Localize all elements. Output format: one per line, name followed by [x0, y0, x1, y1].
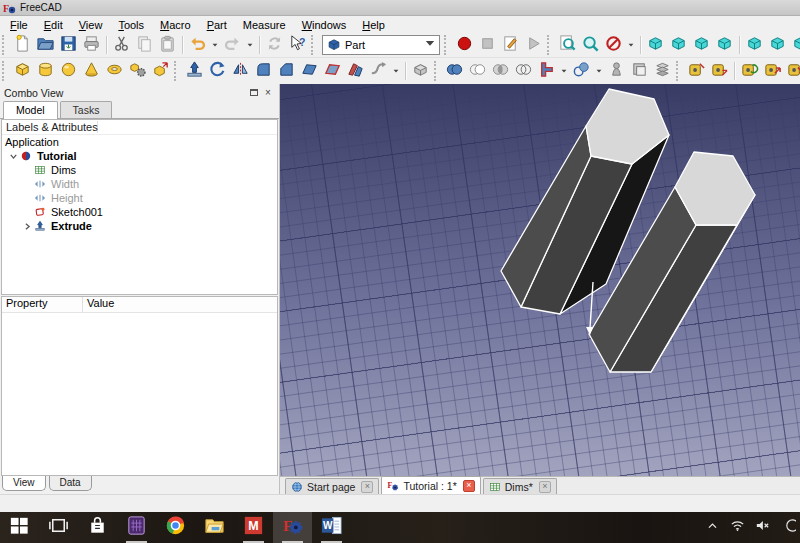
- toolbar-grip[interactable]: [174, 61, 181, 81]
- revolve-button[interactable]: [206, 60, 229, 83]
- freecad-button[interactable]: F: [273, 512, 312, 543]
- paste-button[interactable]: [156, 34, 179, 57]
- app-purple-button[interactable]: [117, 512, 156, 543]
- 3d-viewport[interactable]: [280, 84, 800, 476]
- hex-prism-scene[interactable]: [280, 84, 796, 476]
- mendeley-button[interactable]: M: [234, 512, 273, 543]
- connect-button[interactable]: [535, 60, 558, 83]
- tab-view[interactable]: View: [2, 476, 46, 491]
- toolbar-grip[interactable]: [2, 61, 9, 81]
- tab-close-icon[interactable]: ×: [361, 481, 373, 493]
- menu-help[interactable]: Help: [354, 18, 393, 32]
- view-left-button[interactable]: [789, 34, 800, 57]
- solid-button[interactable]: [409, 60, 432, 83]
- measure-linear-button[interactable]: [685, 60, 708, 83]
- view-rear-button[interactable]: [743, 34, 766, 57]
- word-button[interactable]: W: [312, 512, 351, 543]
- tab-data[interactable]: Data: [49, 476, 92, 491]
- tab-close-icon[interactable]: ×: [539, 481, 551, 493]
- tree-expander-icon[interactable]: [6, 152, 20, 161]
- cylinder-button[interactable]: [34, 60, 57, 83]
- network-button[interactable]: [725, 512, 750, 543]
- torus-button[interactable]: [103, 60, 126, 83]
- tree-expander-icon[interactable]: [20, 222, 34, 231]
- menu-view[interactable]: View: [71, 18, 111, 32]
- measure-toggle-3d-button[interactable]: [761, 60, 784, 83]
- menu-part[interactable]: Part: [199, 18, 235, 32]
- menu-file[interactable]: File: [2, 18, 36, 32]
- dropdown-caret-icon[interactable]: [244, 34, 256, 57]
- boolean-union-button[interactable]: [443, 60, 466, 83]
- zoom-button[interactable]: [579, 34, 602, 57]
- primitives-button[interactable]: [126, 60, 149, 83]
- print-button[interactable]: [80, 34, 103, 57]
- loft-button[interactable]: [344, 60, 367, 83]
- toolbar-grip[interactable]: [444, 35, 451, 55]
- chrome-button[interactable]: [156, 512, 195, 543]
- view-axonometric-button[interactable]: [644, 34, 667, 57]
- tree-item-dims[interactable]: Dims: [2, 163, 277, 177]
- store-button[interactable]: [78, 512, 117, 543]
- macro-stop-button[interactable]: [476, 34, 499, 57]
- boolean-common-button[interactable]: [489, 60, 512, 83]
- macro-record-button[interactable]: [453, 34, 476, 57]
- open-button[interactable]: [34, 34, 57, 57]
- macro-edit-button[interactable]: [499, 34, 522, 57]
- ruled-surface-button[interactable]: [321, 60, 344, 83]
- panel-close-button[interactable]: ×: [261, 87, 275, 99]
- tree-item-sketch001[interactable]: Sketch001: [2, 205, 277, 219]
- tab-tasks[interactable]: Tasks: [60, 101, 113, 118]
- explorer-button[interactable]: [195, 512, 234, 543]
- boolean-section-button[interactable]: [512, 60, 535, 83]
- copy-button[interactable]: [133, 34, 156, 57]
- toolbar-grip[interactable]: [311, 35, 318, 55]
- tree-item-height[interactable]: Height: [2, 191, 277, 205]
- document-tab-tutorial-1-[interactable]: FTutorial : 1*×: [381, 476, 480, 494]
- toolbar-grip[interactable]: [2, 35, 9, 55]
- cross-sections-button[interactable]: [651, 60, 674, 83]
- panel-float-button[interactable]: [247, 87, 261, 99]
- task-view-button[interactable]: [39, 512, 78, 543]
- view-top-button[interactable]: [690, 34, 713, 57]
- box-button[interactable]: [11, 60, 34, 83]
- view-bottom-button[interactable]: [766, 34, 789, 57]
- start-button[interactable]: [0, 512, 39, 543]
- workbench-selector[interactable]: Part: [322, 35, 440, 55]
- save-button[interactable]: [57, 34, 80, 57]
- view-front-button[interactable]: [667, 34, 690, 57]
- boolean-cut-button[interactable]: [466, 60, 489, 83]
- chamfer-button[interactable]: [275, 60, 298, 83]
- document-tab-start-page[interactable]: Start page×: [285, 478, 379, 494]
- make-face-button[interactable]: [298, 60, 321, 83]
- new-button[interactable]: [11, 34, 34, 57]
- mirror-button[interactable]: [229, 60, 252, 83]
- split-button[interactable]: [570, 60, 593, 83]
- cone-button[interactable]: [80, 60, 103, 83]
- measure-toggle-delta-button[interactable]: [784, 60, 800, 83]
- menu-windows[interactable]: Windows: [294, 18, 355, 32]
- draw-style-button[interactable]: [602, 34, 625, 57]
- dropdown-caret-icon[interactable]: [209, 34, 221, 57]
- zoom-fit-button[interactable]: [556, 34, 579, 57]
- defeaturing-button[interactable]: [605, 60, 628, 83]
- extrude-button[interactable]: [183, 60, 206, 83]
- cut-button[interactable]: [110, 34, 133, 57]
- tab-close-icon[interactable]: ×: [463, 480, 475, 492]
- dropdown-caret-icon[interactable]: [558, 60, 570, 83]
- whats-this-button[interactable]: ?: [286, 34, 309, 57]
- menu-edit[interactable]: Edit: [36, 18, 71, 32]
- tree-item-width[interactable]: Width: [2, 177, 277, 191]
- menu-macro[interactable]: Macro: [152, 18, 199, 32]
- toolbar-grip[interactable]: [547, 35, 554, 55]
- tab-model[interactable]: Model: [3, 101, 58, 119]
- refresh-button[interactable]: [263, 34, 286, 57]
- thickness-button[interactable]: [628, 60, 651, 83]
- view-right-button[interactable]: [713, 34, 736, 57]
- tree-root-application[interactable]: Application: [2, 135, 277, 149]
- tree-item-extrude[interactable]: Extrude: [2, 219, 277, 233]
- sweep-button[interactable]: [367, 60, 390, 83]
- undo-button[interactable]: [186, 34, 209, 57]
- menu-measure[interactable]: Measure: [235, 18, 294, 32]
- measure-angular-button[interactable]: [708, 60, 731, 83]
- dropdown-caret-icon[interactable]: [390, 60, 402, 83]
